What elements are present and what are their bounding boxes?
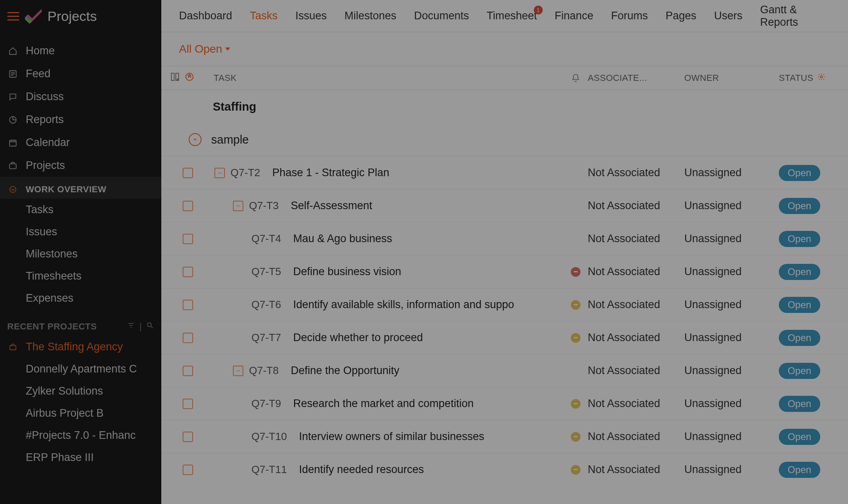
task-row[interactable]: Q7-T6 Identify available skills, informa… bbox=[161, 288, 848, 321]
status-badge[interactable]: Open bbox=[779, 264, 820, 280]
recent-project-label: Donnelly Apartments C bbox=[26, 363, 137, 375]
filter-icon[interactable] bbox=[127, 321, 135, 332]
task-row[interactable]: − Q7-T2 Phase 1 - Strategic Plan Not Ass… bbox=[161, 156, 848, 189]
task-title[interactable]: Decide whether to proceed bbox=[293, 331, 423, 344]
task-title[interactable]: Mau & Ago business bbox=[293, 232, 392, 245]
sidebar-section-work[interactable]: WORK OVERVIEW bbox=[0, 177, 161, 199]
tab-finance[interactable]: Finance bbox=[555, 10, 593, 22]
status-badge[interactable]: Open bbox=[779, 330, 820, 346]
th-status[interactable]: STATUS bbox=[779, 73, 839, 83]
task-id: Q7-T11 bbox=[251, 463, 287, 476]
task-subgroup-label: sample bbox=[211, 133, 249, 146]
task-checkbox[interactable] bbox=[183, 168, 193, 178]
recent-project-label: ERP Phase III bbox=[26, 451, 94, 464]
task-row[interactable]: Q7-T9 Research the market and competitio… bbox=[161, 387, 848, 420]
task-title[interactable]: Define business vision bbox=[293, 265, 401, 278]
task-checkbox[interactable] bbox=[183, 201, 193, 211]
recent-project-item[interactable]: ERP Phase III bbox=[0, 446, 161, 469]
recent-project-item[interactable]: Donnelly Apartments C bbox=[0, 358, 161, 380]
sidebar-item-projects[interactable]: Projects bbox=[0, 154, 161, 177]
tab-documents[interactable]: Documents bbox=[414, 10, 469, 22]
task-checkbox[interactable] bbox=[183, 234, 193, 244]
sidebar-subitem-tasks[interactable]: Tasks bbox=[0, 199, 161, 221]
gear-icon[interactable] bbox=[817, 73, 825, 83]
task-title[interactable]: Define the Opportunity bbox=[291, 364, 399, 377]
collapse-toggle-icon[interactable] bbox=[189, 133, 202, 146]
expand-toggle-icon[interactable]: − bbox=[233, 201, 243, 211]
sidebar-header: Projects bbox=[0, 0, 161, 32]
tab-milestones[interactable]: Milestones bbox=[344, 10, 396, 22]
status-badge[interactable]: Open bbox=[779, 297, 820, 313]
task-row[interactable]: Q7-T7 Decide whether to proceed Not Asso… bbox=[161, 321, 848, 354]
task-checkbox[interactable] bbox=[183, 399, 193, 409]
tab-issues[interactable]: Issues bbox=[295, 10, 327, 22]
task-row[interactable]: Q7-T4 Mau & Ago business Not Associated … bbox=[161, 222, 848, 255]
briefcase-icon bbox=[7, 343, 19, 351]
sidebar-subitem-timesheets[interactable]: Timesheets bbox=[0, 265, 161, 287]
task-id: Q7-T3 bbox=[249, 200, 279, 212]
task-checkbox[interactable] bbox=[183, 465, 193, 475]
task-title[interactable]: Identify available skills, information a… bbox=[293, 298, 514, 311]
priority-icon bbox=[571, 432, 580, 442]
expand-toggle-icon[interactable]: − bbox=[214, 168, 225, 178]
task-row[interactable]: − Q7-T8 Define the Opportunity Not Assoc… bbox=[161, 354, 848, 387]
task-checkbox[interactable] bbox=[183, 267, 193, 277]
tab-timesheet[interactable]: Timesheet 1 bbox=[487, 10, 537, 22]
recent-project-item[interactable]: Airbus Project B bbox=[0, 402, 161, 424]
task-checkbox[interactable] bbox=[183, 300, 193, 310]
status-badge[interactable]: Open bbox=[779, 231, 820, 247]
status-badge[interactable]: Open bbox=[779, 198, 820, 214]
task-associated: Not Associated bbox=[588, 430, 684, 443]
sidebar-item-discuss[interactable]: Discuss bbox=[0, 85, 161, 108]
filter-bar: All Open bbox=[161, 32, 848, 66]
task-row[interactable]: − Q7-T3 Self-Assessment Not Associated U… bbox=[161, 189, 848, 222]
sidebar-subitem-issues[interactable]: Issues bbox=[0, 221, 161, 243]
recent-project-item[interactable]: The Staffing Agency bbox=[0, 336, 161, 358]
status-badge[interactable]: Open bbox=[779, 165, 820, 181]
task-row[interactable]: Q7-T5 Define business vision Not Associa… bbox=[161, 255, 848, 288]
th-owner[interactable]: OWNER bbox=[684, 73, 779, 83]
filter-dropdown[interactable]: All Open bbox=[179, 43, 230, 56]
status-badge[interactable]: Open bbox=[779, 396, 820, 412]
task-checkbox[interactable] bbox=[183, 432, 193, 442]
tab-tasks[interactable]: Tasks bbox=[250, 10, 278, 22]
task-title[interactable]: Research the market and competition bbox=[293, 397, 474, 410]
task-row[interactable]: Q7-T10 Interview owners of similar busin… bbox=[161, 420, 848, 453]
task-title[interactable]: Phase 1 - Strategic Plan bbox=[272, 167, 389, 179]
task-title[interactable]: Identify needed resources bbox=[299, 463, 424, 476]
task-checkbox[interactable] bbox=[183, 366, 193, 376]
bell-icon[interactable] bbox=[564, 74, 588, 82]
svg-point-9 bbox=[177, 78, 179, 81]
sidebar-item-label: Projects bbox=[26, 159, 65, 172]
column-settings-icon[interactable] bbox=[170, 72, 180, 84]
status-badge[interactable]: Open bbox=[779, 363, 820, 379]
collapse-all-icon[interactable] bbox=[185, 72, 194, 84]
tab-forums[interactable]: Forums bbox=[611, 10, 648, 22]
search-icon[interactable] bbox=[146, 321, 154, 332]
calendar-icon bbox=[7, 138, 19, 147]
recent-project-item[interactable]: #Projects 7.0 - Enhanc bbox=[0, 424, 161, 446]
recent-project-item[interactable]: Zylker Solutions bbox=[0, 380, 161, 402]
tab-pages[interactable]: Pages bbox=[665, 10, 696, 22]
task-row[interactable]: Q7-T11 Identify needed resources Not Ass… bbox=[161, 453, 848, 486]
status-badge[interactable]: Open bbox=[779, 429, 820, 445]
sidebar-item-calendar[interactable]: Calendar bbox=[0, 131, 161, 154]
hamburger-icon[interactable] bbox=[7, 10, 19, 22]
task-title[interactable]: Self-Assessment bbox=[291, 200, 373, 212]
sidebar-item-home[interactable]: Home bbox=[0, 39, 161, 62]
sidebar-subitem-milestones[interactable]: Milestones bbox=[0, 243, 161, 265]
recent-project-label: #Projects 7.0 - Enhanc bbox=[26, 429, 136, 442]
sidebar-item-feed[interactable]: Feed bbox=[0, 62, 161, 85]
tab-gantt-reports[interactable]: Gantt & Reports bbox=[760, 4, 831, 29]
task-title[interactable]: Interview owners of similar businesses bbox=[299, 430, 484, 443]
tab-users[interactable]: Users bbox=[714, 10, 743, 22]
task-subgroup[interactable]: sample bbox=[161, 123, 848, 156]
sidebar-item-reports[interactable]: Reports bbox=[0, 108, 161, 131]
sidebar-subitem-expenses[interactable]: Expenses bbox=[0, 287, 161, 309]
status-badge[interactable]: Open bbox=[779, 462, 820, 478]
th-associated[interactable]: ASSOCIATE... bbox=[588, 73, 684, 83]
task-checkbox[interactable] bbox=[183, 333, 193, 343]
expand-toggle-icon[interactable]: − bbox=[233, 366, 243, 376]
th-task[interactable]: TASK bbox=[206, 73, 564, 83]
tab-dashboard[interactable]: Dashboard bbox=[179, 10, 232, 22]
